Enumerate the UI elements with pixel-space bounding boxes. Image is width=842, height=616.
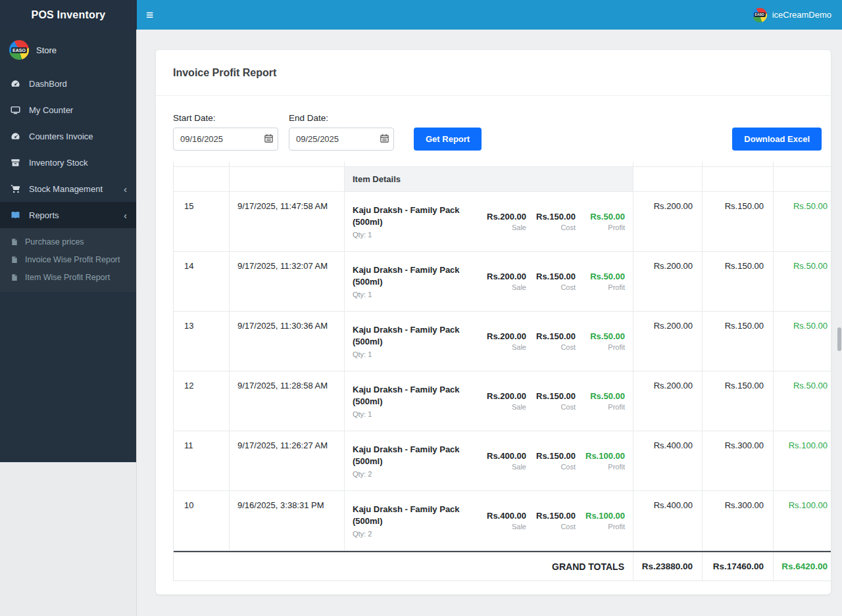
total-sale-cell: Rs.200.00 — [633, 252, 703, 311]
monitor-icon — [9, 105, 22, 115]
sale-amount: Rs.400.00 — [485, 451, 526, 461]
sale-label: Sale — [485, 523, 526, 531]
download-excel-button[interactable]: Download Excel — [732, 128, 822, 151]
item-name: Kaju Draksh - Family Pack (500ml) — [353, 384, 485, 408]
profit-label: Profit — [584, 463, 625, 471]
sidebar-item-label: Reports — [29, 210, 59, 220]
sidebar-menu: DashBord My Counter Counters Invoice Inv… — [0, 70, 136, 292]
start-date-input[interactable] — [173, 128, 278, 151]
cost-label: Cost — [535, 463, 576, 471]
total-sale-cell: Rs.200.00 — [633, 192, 703, 251]
table-row: 13 9/17/2025, 11:30:36 AM Kaju Draksh - … — [174, 312, 831, 371]
sale-amount: Rs.400.00 — [485, 511, 526, 521]
calendar-icon[interactable] — [380, 133, 389, 143]
reports-book-icon — [9, 210, 22, 220]
page-scrollbar-thumb[interactable] — [837, 327, 841, 351]
user-name: iceCreamDemo — [772, 10, 831, 20]
item-qty: Qty: 1 — [353, 350, 485, 358]
item-amounts: Rs.400.00 Sale Rs.150.00 Cost Rs.100.00 … — [485, 511, 633, 531]
grand-totals-label: GRAND TOTALS — [174, 552, 633, 580]
sidebar-item-counters-invoice[interactable]: Counters Invoice — [0, 123, 136, 149]
item-qty: Qty: 1 — [353, 410, 485, 418]
sidebar-item-my-counter[interactable]: My Counter — [0, 97, 136, 123]
topbar: POS Inventory ≡ EASO iceCreamDemo — [0, 0, 842, 30]
sidebar-item-label: My Counter — [29, 105, 73, 115]
profit-label: Profit — [584, 224, 625, 231]
topbar-strip: ≡ EASO iceCreamDemo — [137, 0, 842, 30]
report-card: Invoice Profit Report Start Date: End Da… — [155, 49, 831, 595]
invoice-date-cell: 9/17/2025, 11:26:27 AM — [230, 431, 345, 490]
invoice-date-cell: 9/16/2025, 3:38:31 PM — [230, 491, 345, 550]
cost-amount: Rs.150.00 — [535, 331, 576, 341]
item-qty: Qty: 1 — [353, 291, 485, 298]
sidebar-item-reports[interactable]: Reports ‹ — [0, 202, 136, 228]
sidebar-panel: EASO Store DashBord My Counter Coun — [0, 30, 136, 462]
sale-amount-block: Rs.400.00 Sale — [485, 511, 526, 531]
submenu-item-purchase-prices[interactable]: Purchase prices — [0, 233, 136, 250]
grand-totals-row: GRAND TOTALS Rs.23880.00 Rs.17460.00 Rs.… — [174, 551, 831, 580]
header-sale-cell — [633, 167, 703, 191]
total-cost-cell: Rs.300.00 — [703, 491, 774, 550]
total-cost-cell: Rs.150.00 — [703, 192, 774, 251]
report-table-area: Item Details 15 9/17/2025, 11:47:58 AM K… — [173, 162, 822, 581]
sidebar-item-inventory-stock[interactable]: Inventory Stock — [0, 149, 136, 176]
item-details-cell: Kaju Draksh - Family Pack (500ml) Qty: 1… — [345, 252, 633, 311]
profit-amount-block: Rs.50.00 Profit — [584, 212, 625, 231]
profit-amount: Rs.50.00 — [584, 212, 625, 222]
sale-label: Sale — [485, 463, 526, 471]
table-body: 15 9/17/2025, 11:47:58 AM Kaju Draksh - … — [174, 192, 831, 551]
item-amounts: Rs.400.00 Sale Rs.150.00 Cost Rs.100.00 … — [485, 451, 633, 471]
sidebar-item-dashboard[interactable]: DashBord — [0, 70, 136, 97]
total-cost-cell: Rs.300.00 — [703, 431, 774, 490]
dashboard-icon — [9, 79, 22, 89]
sale-amount-block: Rs.200.00 Sale — [485, 272, 526, 291]
end-date-input[interactable] — [289, 128, 394, 151]
sale-label: Sale — [485, 224, 526, 231]
cost-amount: Rs.150.00 — [535, 272, 576, 281]
profit-label: Profit — [584, 343, 625, 351]
cost-label: Cost — [535, 523, 576, 531]
cost-amount-block: Rs.150.00 Cost — [535, 511, 576, 531]
end-date-group: End Date: — [289, 113, 394, 151]
invoice-number-cell: 11 — [174, 431, 230, 490]
cost-amount-block: Rs.150.00 Cost — [535, 451, 576, 471]
report-table: Item Details 15 9/17/2025, 11:47:58 AM K… — [173, 162, 831, 581]
cost-label: Cost — [535, 224, 576, 231]
file-icon — [10, 273, 19, 281]
header-item-details: Item Details — [345, 167, 633, 191]
calendar-icon[interactable] — [264, 133, 274, 143]
user-menu[interactable]: EASO iceCreamDemo — [753, 8, 831, 22]
store-panel[interactable]: EASO Store — [0, 32, 136, 70]
profit-amount-block: Rs.100.00 Profit — [584, 511, 625, 531]
profit-label: Profit — [584, 523, 625, 531]
grand-total-sale: Rs.23880.00 — [633, 552, 703, 580]
store-logo-icon: EASO — [9, 40, 29, 60]
invoice-number-cell: 12 — [174, 371, 230, 431]
start-date-label: Start Date: — [173, 113, 278, 123]
cost-amount: Rs.150.00 — [535, 391, 576, 401]
store-label: Store — [36, 45, 57, 55]
invoice-date-cell: 9/17/2025, 11:32:07 AM — [230, 252, 345, 311]
sidebar-item-stock-management[interactable]: Stock Management ‹ — [0, 176, 136, 202]
total-sale-cell: Rs.400.00 — [633, 491, 703, 550]
item-details-cell: Kaju Draksh - Family Pack (500ml) Qty: 1… — [345, 312, 633, 371]
get-report-button[interactable]: Get Report — [414, 128, 482, 151]
total-cost-cell: Rs.150.00 — [703, 371, 774, 431]
submenu-item-label: Invoice Wise Profit Report — [25, 255, 120, 264]
total-profit-cell: Rs.50.00 — [774, 192, 831, 251]
table-row: 10 9/16/2025, 3:38:31 PM Kaju Draksh - F… — [174, 491, 831, 551]
table-row: 11 9/17/2025, 11:26:27 AM Kaju Draksh - … — [174, 431, 831, 491]
submenu-item-item-wise-profit[interactable]: Item Wise Profit Report — [0, 268, 136, 286]
table-row: 15 9/17/2025, 11:47:58 AM Kaju Draksh - … — [174, 192, 831, 252]
file-icon — [10, 238, 19, 246]
cost-amount-block: Rs.150.00 Cost — [535, 331, 576, 351]
sidebar-item-label: Stock Management — [29, 184, 103, 194]
sale-amount-block: Rs.200.00 Sale — [485, 331, 526, 351]
item-name: Kaju Draksh - Family Pack (500ml) — [353, 504, 485, 527]
submenu-item-invoice-wise-profit[interactable]: Invoice Wise Profit Report — [0, 250, 136, 268]
invoice-date-cell: 9/17/2025, 11:47:58 AM — [230, 192, 345, 251]
menu-toggle-icon[interactable]: ≡ — [146, 9, 153, 21]
grand-total-cost: Rs.17460.00 — [703, 552, 774, 580]
profit-amount: Rs.100.00 — [584, 451, 625, 461]
item-qty: Qty: 1 — [353, 231, 485, 239]
